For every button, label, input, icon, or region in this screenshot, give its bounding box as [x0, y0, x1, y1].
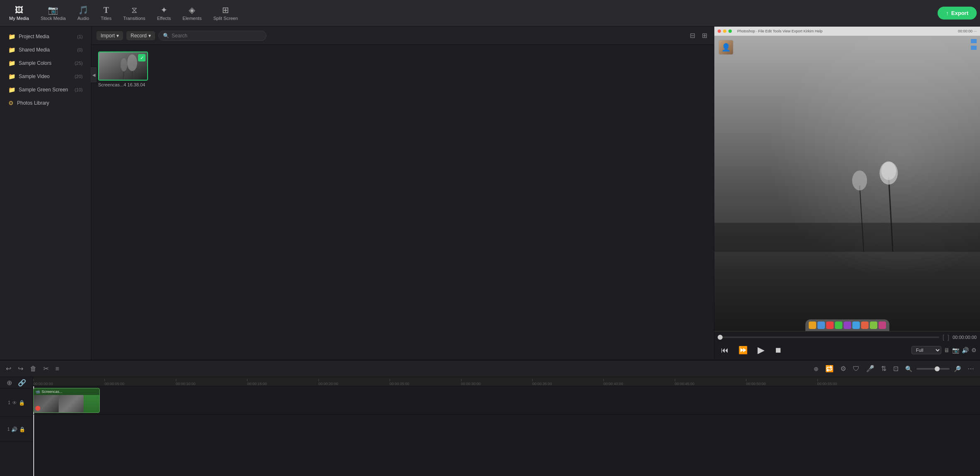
video-clip[interactable]: 📹 Screencas...: [33, 388, 100, 413]
link-button[interactable]: 🔗: [16, 378, 28, 388]
dock-icon-9: [879, 321, 886, 329]
cut-button[interactable]: ✂: [41, 363, 51, 374]
stop-button[interactable]: ⏹: [771, 344, 785, 356]
prev-frame-icon: ⏮: [721, 346, 728, 354]
progress-thumb[interactable]: [718, 335, 723, 340]
step-forward-icon: ⏩: [738, 346, 748, 354]
video-track-num: 1: [8, 400, 10, 405]
nav-effects[interactable]: ✦ Effects: [151, 4, 177, 22]
loop-button[interactable]: 🔁: [823, 363, 836, 374]
content-toolbar: Import ▾ Record ▾ 🔍 ⊟ ⊞: [91, 27, 714, 45]
search-input[interactable]: [172, 33, 262, 39]
grid-icon: ⊞: [702, 32, 707, 39]
time-display: 00:00:00:00: [953, 335, 977, 340]
audio-lock-icon: 🔒: [19, 427, 25, 432]
delete-icon: 🗑: [30, 365, 37, 372]
sidebar-collapse-btn[interactable]: ◀: [91, 66, 97, 83]
clip-thumb-2: [59, 395, 84, 412]
export-button[interactable]: ↑ Export: [938, 7, 977, 20]
preview-panel: Photoshop · File Edit Tools View Export …: [714, 27, 980, 360]
split-screen-icon: ⊞: [222, 6, 229, 14]
timeline-top-actions: ⊕ 🔗: [0, 377, 33, 389]
sidebar-item-sample-video[interactable]: 📁 Sample Video (20): [2, 70, 89, 83]
nav-elements[interactable]: ◈ Elements: [177, 4, 207, 22]
mac-window-bar: Photoshop · File Edit Tools View Export …: [714, 27, 980, 36]
ruler-mark: 00:00:00:00: [33, 379, 53, 386]
zoom-slider[interactable]: [916, 368, 950, 370]
sidebar-item-project-media[interactable]: 📁 Project Media (1): [2, 30, 89, 43]
nav-my-media[interactable]: 🖼 My Media: [3, 4, 35, 22]
audio-track-num: 1: [7, 427, 10, 432]
prev-frame-button[interactable]: ⏮: [718, 344, 732, 356]
delete-button[interactable]: 🗑: [27, 363, 39, 374]
nav-audio[interactable]: 🎵 Audio: [72, 4, 95, 22]
quality-select[interactable]: Full Half Quarter: [911, 346, 941, 354]
undo-icon: ↩: [6, 365, 11, 372]
sidebar-label-project-media: Project Media: [19, 34, 49, 39]
screenshot-btn[interactable]: ⊡: [891, 363, 901, 374]
sidebar-item-photos-library[interactable]: ⚙ Photos Library: [2, 97, 89, 109]
preview-screen: Photoshop · File Edit Tools View Export …: [714, 27, 980, 331]
shield-btn[interactable]: 🛡: [850, 363, 862, 374]
add-track-button[interactable]: ⊕: [5, 378, 14, 388]
volume-icon-btn[interactable]: 🔊: [962, 347, 969, 353]
dock-icon-4: [835, 321, 842, 329]
ruler-mark: 00:00:30:00: [461, 379, 481, 386]
svg-rect-12: [714, 223, 980, 252]
dock-icon-8: [870, 321, 877, 329]
main-area: 📁 Project Media (1) 📁 Shared Media (0) 📁…: [0, 27, 980, 360]
shield-icon: 🛡: [853, 365, 859, 372]
media-item-screencas[interactable]: ✓ Screencas...4 16.38.04: [98, 52, 152, 87]
zoom-thumb[interactable]: [935, 366, 940, 371]
settings-icon: ⚙: [971, 347, 977, 353]
redo-button[interactable]: ↪: [15, 363, 26, 374]
nav-split-screen-label: Split Screen: [213, 16, 238, 21]
undo-button[interactable]: ↩: [3, 363, 14, 374]
import-button[interactable]: Import ▾: [96, 31, 123, 40]
zoom-in-button[interactable]: 🔎: [951, 363, 963, 374]
settings-timeline-icon: ⚙: [840, 365, 846, 372]
ruler-mark: 00:00:50:00: [746, 379, 766, 386]
settings-icon-btn[interactable]: ⚙: [971, 347, 977, 353]
step-forward-button[interactable]: ⏩: [735, 344, 751, 356]
sync-btn[interactable]: ⇅: [879, 363, 889, 374]
add-media-button[interactable]: ⊕: [811, 364, 821, 374]
mac-dock: [805, 319, 889, 331]
mac-minimize-dot: [723, 29, 726, 33]
add-media-icon: ⊕: [814, 366, 819, 372]
more-button[interactable]: ≡: [53, 363, 62, 374]
nav-my-media-label: My Media: [9, 16, 29, 21]
record-button[interactable]: Record ▾: [126, 31, 155, 40]
record-chevron-icon: ▾: [148, 33, 151, 39]
filter-button[interactable]: ⊟: [688, 30, 697, 41]
sidebar-item-shared-media[interactable]: 📁 Shared Media (0): [2, 44, 89, 56]
mic-btn[interactable]: 🎤: [864, 363, 877, 374]
monitor-icon-btn[interactable]: 🖥: [944, 347, 950, 353]
sidebar: 📁 Project Media (1) 📁 Shared Media (0) 📁…: [0, 27, 91, 360]
camera-icon-btn[interactable]: 📷: [952, 347, 959, 353]
nature-svg: [714, 36, 980, 331]
sidebar-item-sample-green-screen[interactable]: 📁 Sample Green Screen (10): [2, 83, 89, 96]
right-control-icons: Full Half Quarter 🖥 📷 🔊 ⚙: [911, 346, 977, 354]
view-toggle-button[interactable]: ⊞: [700, 30, 709, 41]
overflow-btn[interactable]: ⋯: [965, 363, 977, 374]
settings-timeline-btn[interactable]: ⚙: [838, 363, 849, 374]
sidebar-item-sample-colors[interactable]: 📁 Sample Colors (25): [2, 57, 89, 69]
nav-split-screen[interactable]: ⊞ Split Screen: [207, 4, 244, 22]
progress-track[interactable]: [718, 336, 939, 338]
nav-titles-label: Titles: [101, 16, 111, 21]
window-time-bar: 00:00:00 ···: [958, 29, 977, 33]
nav-transitions[interactable]: ⧖ Transitions: [117, 4, 151, 22]
overflow-icon: ⋯: [968, 365, 974, 372]
nav-stock-media[interactable]: 📷 Stock Media: [35, 4, 72, 22]
ruler-mark: 00:00:05:00: [104, 379, 124, 386]
zoom-out-button[interactable]: 🔍: [903, 363, 915, 374]
right-bracket-icon: ]: [948, 334, 949, 341]
nav-titles[interactable]: T Titles: [95, 4, 117, 22]
redo-icon: ↪: [18, 365, 23, 372]
timeline-ruler[interactable]: 00:00:00:0000:00:05:0000:00:10:0000:00:1…: [33, 377, 980, 386]
window-title-bar: Photoshop · File Edit Tools View Export …: [737, 29, 822, 33]
search-box[interactable]: 🔍: [158, 31, 267, 41]
play-button[interactable]: ▶: [754, 343, 768, 357]
link-icon: 🔗: [18, 379, 26, 386]
